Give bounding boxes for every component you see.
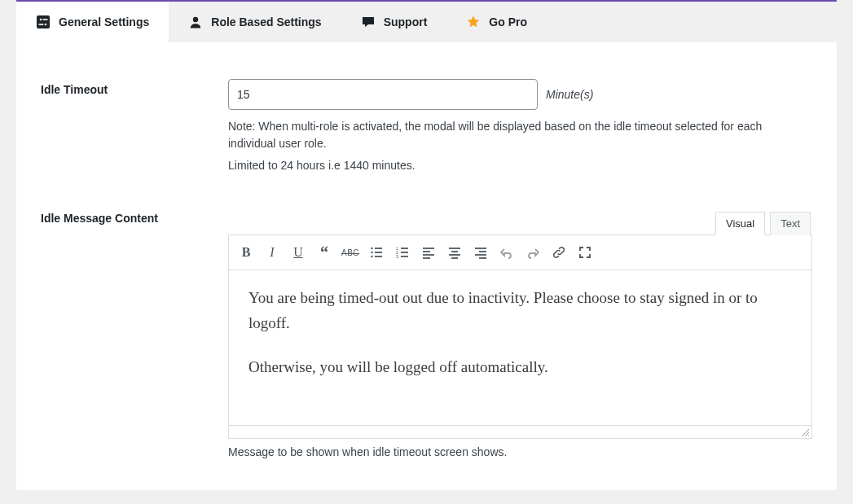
idle-timeout-unit: Minute(s)	[546, 88, 593, 101]
svg-line-30	[802, 429, 809, 436]
tab-support[interactable]: Support	[341, 2, 447, 42]
svg-point-5	[193, 17, 198, 22]
resize-handle[interactable]	[800, 427, 810, 437]
strikethrough-button[interactable]: ABC	[338, 240, 363, 265]
settings-form-table: Idle Timeout Minute(s) Note: When multi-…	[41, 67, 812, 482]
row-idle-message-content: Idle Message Content Visual Text B I U	[41, 195, 812, 482]
svg-point-10	[371, 256, 372, 257]
settings-panel: Idle Timeout Minute(s) Note: When multi-…	[16, 42, 837, 490]
tab-general-settings[interactable]: General Settings	[16, 2, 169, 42]
italic-button[interactable]: I	[260, 240, 284, 265]
tab-label: General Settings	[59, 15, 149, 28]
align-right-button[interactable]	[468, 240, 493, 265]
editor-content[interactable]: You are being timed-out out due to inact…	[229, 270, 811, 425]
idle-timeout-note-1: Note: When multi-role is activated, the …	[228, 118, 812, 152]
editor-toolbar: B I U “ ABC 123	[229, 235, 811, 270]
editor-statusbar	[229, 425, 811, 438]
svg-rect-0	[37, 15, 50, 28]
editor-tab-visual[interactable]: Visual	[715, 212, 765, 235]
idle-message-help: Message to be shown when idle timeout sc…	[228, 444, 812, 461]
sliders-icon	[36, 15, 51, 29]
star-icon	[466, 15, 481, 29]
bullet-list-button[interactable]	[364, 240, 389, 265]
row-idle-timeout: Idle Timeout Minute(s) Note: When multi-…	[41, 67, 812, 195]
idle-timeout-note-2: Limited to 24 hours i.e 1440 minutes.	[228, 157, 812, 174]
svg-rect-4	[39, 24, 44, 25]
numbered-list-button[interactable]: 123	[390, 240, 415, 265]
settings-tabs: General Settings Role Based Settings Sup…	[16, 0, 837, 42]
svg-point-3	[45, 24, 47, 26]
bold-button[interactable]: B	[234, 240, 258, 265]
svg-point-1	[40, 19, 42, 21]
editor-tab-text[interactable]: Text	[770, 212, 811, 235]
chat-icon	[361, 15, 376, 29]
wysiwyg-editor: B I U “ ABC 123	[228, 234, 812, 439]
svg-text:3: 3	[396, 254, 398, 259]
undo-button[interactable]	[495, 240, 519, 265]
align-left-button[interactable]	[416, 240, 441, 265]
underline-button[interactable]: U	[286, 240, 310, 265]
svg-line-32	[808, 436, 809, 436]
redo-button[interactable]	[521, 240, 545, 265]
tab-label: Support	[384, 15, 428, 28]
idle-timeout-label: Idle Timeout	[41, 83, 108, 96]
idle-message-label: Idle Message Content	[41, 212, 158, 225]
tab-role-based-settings[interactable]: Role Based Settings	[169, 2, 341, 42]
svg-rect-2	[43, 19, 48, 20]
fullscreen-button[interactable]	[573, 240, 597, 265]
editor-paragraph: You are being timed-out out due to inact…	[248, 285, 792, 336]
idle-timeout-input[interactable]	[228, 79, 538, 110]
tab-label: Role Based Settings	[211, 15, 321, 28]
link-button[interactable]	[547, 240, 571, 265]
editor-paragraph: Otherwise, you will be logged off automa…	[248, 354, 792, 379]
tab-label: Go Pro	[489, 15, 527, 28]
align-center-button[interactable]	[442, 240, 467, 265]
svg-point-6	[371, 248, 372, 249]
editor-mode-tabs: Visual Text	[228, 211, 812, 234]
blockquote-button[interactable]: “	[312, 240, 336, 265]
user-icon	[188, 15, 203, 29]
svg-point-8	[371, 252, 372, 253]
tab-go-pro[interactable]: Go Pro	[446, 2, 547, 42]
